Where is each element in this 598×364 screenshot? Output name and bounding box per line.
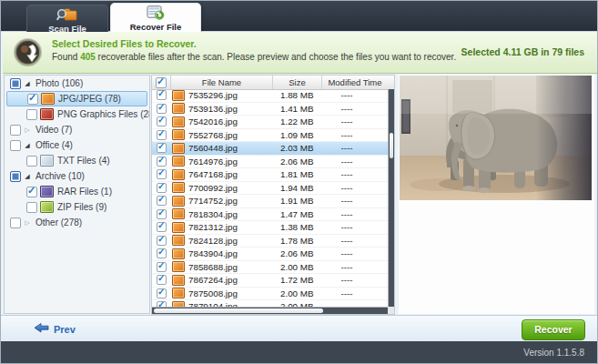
file-table-row[interactable]: 7818304.jpg 1.47 MB ---- <box>152 208 388 222</box>
file-size-cell: 1.78 MB <box>269 236 318 246</box>
sidebar-tree-item[interactable]: PNG Graphics Files (28) <box>6 106 147 122</box>
modified-time-cell: ---- <box>318 116 376 126</box>
file-table-row[interactable]: 7647168.jpg 1.81 MB ---- <box>152 168 388 182</box>
file-table-row[interactable]: 7875008.jpg 2.00 MB ---- <box>152 288 388 301</box>
row-checkbox[interactable] <box>157 262 167 272</box>
file-size-cell: 1.94 MB <box>269 183 318 193</box>
file-table-row[interactable]: 7552768.jpg 1.09 MB ---- <box>152 129 388 143</box>
file-name-cell: 7843904.jpg <box>188 248 269 258</box>
tab-recover-file[interactable]: Recover File <box>110 3 201 32</box>
modified-time-cell: ---- <box>318 90 376 100</box>
modified-time-cell: ---- <box>318 248 376 258</box>
vertical-scrollbar[interactable] <box>388 89 394 307</box>
tree-item-label: PNG Graphics Files (28) <box>57 109 150 119</box>
sidebar-tree-item[interactable]: Video (7) <box>6 122 147 137</box>
sidebar-tree-item[interactable]: TXT Files (4) <box>6 153 147 168</box>
row-checkbox[interactable] <box>157 143 167 153</box>
modified-time-cell: ---- <box>318 209 376 219</box>
file-table: File Name Size Modified Time 7535296.jpg… <box>151 75 395 315</box>
tree-item-checkbox[interactable] <box>10 125 21 136</box>
sidebar-tree-item[interactable]: Archive (10) <box>6 168 147 184</box>
tree-item-checkbox[interactable] <box>26 187 37 197</box>
row-checkbox[interactable] <box>157 196 167 206</box>
sidebar-tree-item[interactable]: Photo (106) <box>6 76 147 91</box>
jpg-file-icon <box>172 288 185 298</box>
tab-scan-file[interactable]: Scan File <box>26 5 108 32</box>
row-checkbox[interactable] <box>157 183 167 193</box>
sidebar-tree-item[interactable]: RAR Files (1) <box>6 184 147 199</box>
tree-item-checkbox[interactable] <box>27 94 38 105</box>
file-size-cell: 2.06 MB <box>269 157 318 167</box>
row-checkbox[interactable] <box>157 104 167 114</box>
modified-time-cell: ---- <box>318 222 376 232</box>
tree-expander-icon[interactable] <box>23 80 32 87</box>
jpg-file-icon <box>172 156 185 167</box>
file-name-cell: 7542016.jpg <box>188 116 269 126</box>
file-table-row[interactable]: 7821312.jpg 1.38 MB ---- <box>152 221 388 235</box>
file-name-cell: 7560448.jpg <box>188 143 269 153</box>
file-table-row[interactable]: 7843904.jpg 2.06 MB ---- <box>152 248 388 261</box>
row-checkbox[interactable] <box>157 248 167 258</box>
tree-expander-icon[interactable] <box>23 173 32 180</box>
file-table-row[interactable]: 7535296.jpg 1.88 MB ---- <box>152 89 388 103</box>
row-checkbox[interactable] <box>157 209 167 219</box>
file-size-cell: 2.03 MB <box>269 143 318 153</box>
tab-bar: Scan File Recover File <box>1 1 597 32</box>
file-table-row[interactable]: 7867264.jpg 1.72 MB ---- <box>152 274 388 288</box>
sidebar-tree-item[interactable]: ZIP Files (9) <box>6 199 147 215</box>
row-checkbox[interactable] <box>157 90 167 100</box>
column-header-size[interactable]: Size <box>273 76 322 89</box>
horizontal-scrollbar[interactable] <box>152 307 388 314</box>
file-table-row[interactable]: 7858688.jpg 2.00 MB ---- <box>152 261 388 275</box>
file-table-row[interactable]: 7879104.jpg 2.00 MB ---- <box>152 300 388 307</box>
file-table-row[interactable]: 7539136.jpg 1.41 MB ---- <box>152 103 388 116</box>
tree-item-checkbox[interactable] <box>10 217 21 228</box>
file-size-cell: 1.72 MB <box>269 275 318 285</box>
info-title: Select Desired Files to Recover. <box>52 38 456 49</box>
file-table-row[interactable]: 7700992.jpg 1.94 MB ---- <box>152 182 388 196</box>
column-header-file-name[interactable]: File Name <box>171 76 273 89</box>
column-header-modified-time[interactable]: Modified Time <box>322 76 388 89</box>
info-message-rest: recoverable files after the scan. Please… <box>98 52 457 62</box>
select-all-checkbox[interactable] <box>156 77 167 88</box>
tree-expander-icon[interactable] <box>23 219 32 227</box>
recover-disc-icon <box>14 38 42 70</box>
row-checkbox[interactable] <box>157 288 167 298</box>
tree-item-label: Other (278) <box>35 217 82 228</box>
file-table-row[interactable]: 7542016.jpg 1.22 MB ---- <box>152 116 388 129</box>
jpg-file-icon <box>172 143 185 154</box>
row-checkbox[interactable] <box>157 130 167 140</box>
file-table-row[interactable]: 7560448.jpg 2.03 MB ---- <box>152 142 388 156</box>
app-window: Scan File Recover File <box>0 0 598 364</box>
prev-button[interactable]: Prev <box>34 321 76 338</box>
jpg-file-icon <box>172 169 185 180</box>
jpg-file-icon <box>172 248 185 259</box>
row-checkbox[interactable] <box>157 236 167 246</box>
file-name-cell: 7858688.jpg <box>188 262 269 272</box>
row-checkbox[interactable] <box>157 222 167 232</box>
row-checkbox[interactable] <box>157 169 167 179</box>
file-table-row[interactable]: 7824128.jpg 1.78 MB ---- <box>152 235 388 248</box>
vertical-scrollbar-thumb[interactable] <box>390 133 393 158</box>
row-checkbox[interactable] <box>157 275 167 285</box>
tree-item-checkbox[interactable] <box>26 202 37 213</box>
horizontal-scrollbar-thumb[interactable] <box>154 308 323 313</box>
file-name-cell: 7875008.jpg <box>188 288 269 298</box>
jpg-file-icon <box>172 129 185 140</box>
left-arrow-icon <box>34 321 49 338</box>
tree-item-checkbox[interactable] <box>10 140 21 151</box>
sidebar-tree-item[interactable]: Other (278) <box>6 215 147 230</box>
file-table-row[interactable]: 7714752.jpg 1.91 MB ---- <box>152 195 388 208</box>
tree-expander-icon[interactable] <box>23 142 32 149</box>
tree-item-checkbox[interactable] <box>10 78 21 89</box>
tree-item-checkbox[interactable] <box>10 171 21 182</box>
tree-item-checkbox[interactable] <box>26 109 37 120</box>
sidebar-tree-item[interactable]: Office (4) <box>6 137 147 153</box>
tree-expander-icon[interactable] <box>23 126 32 134</box>
sidebar-tree-item[interactable]: JPG/JPEG (78) <box>6 91 147 106</box>
file-table-row[interactable]: 7614976.jpg 2.06 MB ---- <box>152 156 388 169</box>
row-checkbox[interactable] <box>157 116 167 126</box>
tree-item-checkbox[interactable] <box>26 156 37 167</box>
recover-button[interactable]: Recover <box>522 319 585 340</box>
row-checkbox[interactable] <box>157 157 167 167</box>
